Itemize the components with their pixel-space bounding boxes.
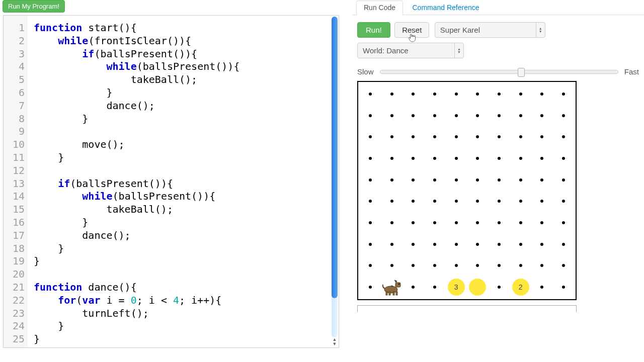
code-line[interactable]: function dance(){	[34, 281, 332, 294]
grid-dot	[519, 135, 522, 138]
grid-dot	[476, 221, 479, 224]
grid-dot	[433, 264, 436, 267]
scroll-arrows[interactable]: ▲▼	[332, 337, 338, 346]
grid-dot	[433, 221, 436, 224]
code-line[interactable]: for(var i = 0; i < 4; i++){	[34, 294, 332, 307]
code-line[interactable]: }	[34, 86, 332, 100]
reset-button[interactable]: Reset	[394, 22, 429, 38]
grid-dot	[390, 93, 393, 96]
karel-dog-icon	[382, 279, 402, 296]
grid-dot	[498, 243, 501, 246]
code-line[interactable]: }	[34, 242, 332, 255]
grid-dot	[562, 93, 565, 96]
code-line[interactable]: }	[34, 255, 332, 268]
grid-dot	[433, 286, 436, 289]
grid-dot	[476, 178, 479, 182]
run-button[interactable]: Run!	[357, 22, 390, 38]
grid-dot	[433, 178, 436, 182]
code-line[interactable]: }	[34, 151, 332, 164]
grid-dot	[498, 93, 501, 96]
grid-dot	[433, 243, 436, 246]
code-line[interactable]: takeBall();	[34, 73, 332, 86]
code-line[interactable]: }	[34, 333, 332, 346]
karel-type-select[interactable]: Super Karel ▲▼	[435, 22, 545, 38]
tab-run-code[interactable]: Run Code	[356, 1, 403, 16]
code-line[interactable]: }	[34, 216, 332, 229]
grid-dot	[433, 200, 436, 203]
grid-dot	[412, 114, 415, 117]
tab-command-reference[interactable]: Command Reference	[406, 1, 487, 15]
line-number: 12	[4, 164, 28, 177]
line-number: 11	[4, 151, 28, 164]
tennis-ball: 2	[512, 279, 529, 296]
grid-dot	[498, 178, 501, 182]
code-line[interactable]: turnLeft();	[34, 307, 332, 320]
grid-dot	[390, 178, 393, 182]
grid-dot	[562, 200, 565, 203]
grid-dot	[412, 135, 415, 138]
svg-rect-3	[389, 292, 390, 295]
grid-dot	[540, 286, 543, 289]
scrollbar-thumb[interactable]	[332, 17, 338, 298]
code-area[interactable]: function start(){ while(frontIsClear()){…	[28, 16, 332, 347]
grid-dot	[519, 93, 522, 96]
grid-dot	[455, 243, 458, 246]
code-line[interactable]: takeBall();	[34, 203, 332, 216]
grid-dot	[369, 93, 372, 96]
grid-dot	[562, 221, 565, 224]
line-number: 21	[4, 281, 28, 294]
grid-dot	[390, 200, 393, 203]
code-line[interactable]	[34, 125, 332, 138]
speed-slider[interactable]	[380, 70, 618, 74]
grid-dot	[412, 93, 415, 96]
line-number: 9	[4, 125, 28, 138]
code-line[interactable]: if(ballsPresent()){	[34, 177, 332, 191]
grid-dot	[369, 114, 372, 117]
code-line[interactable]	[34, 268, 332, 281]
grid-dot	[433, 114, 436, 117]
grid-dot	[476, 243, 479, 246]
code-line[interactable]: move();	[34, 138, 332, 151]
world-select[interactable]: World: Dance ▲▼	[357, 43, 464, 58]
code-line[interactable]: dance();	[34, 229, 332, 242]
svg-point-6	[398, 284, 399, 285]
grid-dot	[562, 157, 565, 160]
speed-slider-thumb[interactable]	[518, 68, 525, 77]
world-value: World: Dance	[363, 46, 409, 55]
grid-dot	[498, 114, 501, 117]
code-line[interactable]: }	[34, 320, 332, 333]
tennis-ball	[469, 279, 486, 296]
line-number: 4	[4, 60, 28, 73]
svg-rect-5	[396, 292, 397, 295]
grid-dot	[390, 264, 393, 267]
code-line[interactable]: dance();	[34, 100, 332, 113]
run-panel: Run Code Command Reference Run! Reset Su…	[352, 0, 644, 317]
grid-dot	[476, 135, 479, 138]
grid-dot	[455, 221, 458, 224]
grid-dot	[476, 200, 479, 203]
grid-dot	[562, 243, 565, 246]
run-my-program-button[interactable]: Run My Program!	[3, 0, 65, 13]
grid-dot	[390, 157, 393, 160]
code-line[interactable]: while(ballsPresent()){	[34, 60, 332, 73]
code-line[interactable]: while(ballsPresent()){	[34, 190, 332, 203]
scrollbar[interactable]	[332, 17, 338, 337]
grid-dot	[540, 93, 543, 96]
grid-dot	[412, 200, 415, 203]
grid-dot	[540, 264, 543, 267]
code-line[interactable]: while(frontIsClear()){	[34, 35, 332, 48]
grid-dot	[519, 221, 522, 224]
line-number: 7	[4, 100, 28, 113]
code-line[interactable]	[34, 164, 332, 177]
svg-rect-2	[386, 292, 387, 295]
code-line[interactable]: function start(){	[34, 22, 332, 35]
code-line[interactable]: if(ballsPresent()){	[34, 48, 332, 61]
grid-dot	[369, 200, 372, 203]
line-number: 25	[4, 333, 28, 346]
svg-rect-4	[393, 292, 394, 295]
grid-dot	[540, 200, 543, 203]
grid-dot	[390, 135, 393, 138]
code-line[interactable]: }	[34, 113, 332, 126]
code-editor[interactable]: 1234567891011121314151617181920212223242…	[3, 15, 339, 348]
line-gutter: 1234567891011121314151617181920212223242…	[4, 16, 28, 347]
